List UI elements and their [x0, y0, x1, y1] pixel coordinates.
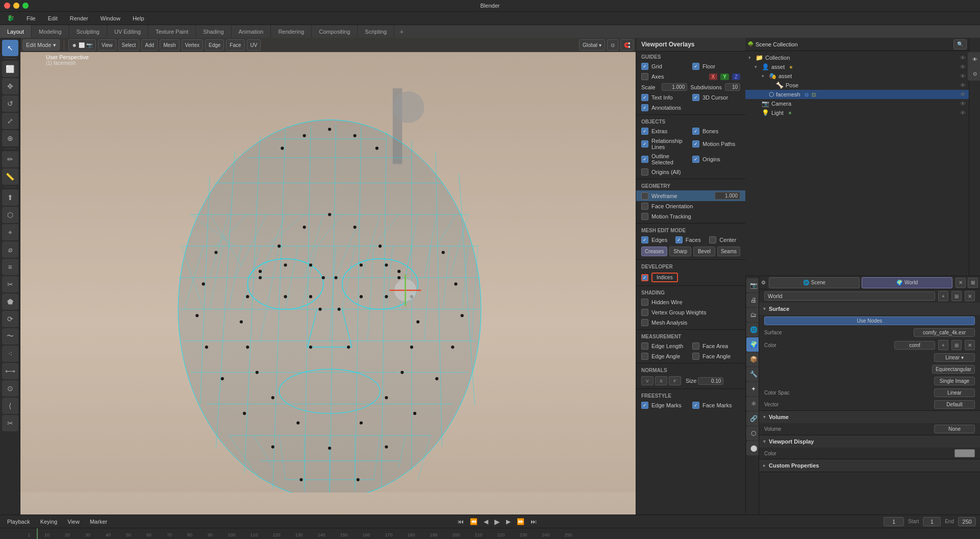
origins-checkbox[interactable] [692, 156, 699, 163]
volume-header[interactable]: ▾ Volume [759, 411, 980, 423]
face-orientation-checkbox[interactable] [641, 203, 648, 210]
menu-edit[interactable]: Edit [45, 14, 61, 22]
outliner-filter-btn[interactable]: 🔍 [953, 39, 967, 50]
tab-texture-paint[interactable]: Texture Paint [148, 25, 196, 38]
indices-checkbox[interactable] [641, 274, 648, 281]
motion-tracking-checkbox[interactable] [641, 213, 648, 220]
face-angle-checkbox[interactable] [692, 353, 699, 360]
rip-tool[interactable]: ✂ [2, 415, 18, 431]
equirectangular-dropdown[interactable]: Equirectangular [932, 365, 975, 374]
edge-menu[interactable]: Edge [205, 39, 224, 51]
end-frame-input[interactable] [958, 517, 976, 526]
maximize-window-button[interactable] [22, 3, 29, 9]
edge-angle-checkbox[interactable] [641, 353, 648, 360]
center-checkbox[interactable] [709, 236, 716, 243]
mesh-analysis-checkbox[interactable] [641, 319, 648, 326]
start-frame-input[interactable] [923, 517, 941, 526]
menu-blender[interactable]: 🐉 [4, 14, 17, 22]
grab-tool[interactable]: ✥ [2, 78, 18, 94]
tree-collection[interactable]: ▾ 📁 Collection 👁 [745, 53, 969, 62]
cursor-3d-checkbox[interactable] [692, 94, 699, 101]
text-info-checkbox[interactable] [641, 94, 648, 101]
seams-button[interactable]: Seams [717, 247, 740, 256]
annotations-checkbox[interactable] [641, 104, 648, 111]
color-unlink-btn[interactable]: ✕ [965, 340, 975, 350]
keying-menu[interactable]: Keying [37, 518, 61, 526]
viewport-view-menu[interactable]: ☻ ⬜ 📷 [68, 39, 96, 51]
tab-uv-editing[interactable]: UV Editing [107, 25, 148, 38]
relationship-checkbox[interactable] [641, 140, 648, 148]
proportional-edit[interactable]: ⊙ [607, 39, 618, 51]
minimize-window-button[interactable] [13, 3, 19, 9]
viewport-3d[interactable]: Edit Mode ▾ ☻ ⬜ 📷 View Select Add Mesh V… [20, 38, 636, 514]
edge-slide-tool[interactable]: ⟷ [2, 363, 18, 379]
edges-checkbox[interactable] [641, 236, 648, 243]
color-value[interactable]: comf [894, 341, 935, 350]
floor-checkbox[interactable] [692, 63, 699, 70]
smooth-tool[interactable]: 〜 [2, 328, 18, 345]
world-copy-btn[interactable]: ⊞ [951, 291, 962, 301]
tab-modeling[interactable]: Modeling [32, 25, 69, 38]
color-space-value[interactable]: Linear [934, 388, 975, 397]
transform-tool[interactable]: ⊕ [2, 130, 18, 146]
playback-menu[interactable]: Playback [4, 518, 33, 526]
bones-checkbox[interactable] [692, 128, 699, 135]
jump-end-btn[interactable]: ⏭ [530, 518, 538, 525]
tab-scripting[interactable]: Scripting [358, 25, 394, 38]
world-tab[interactable]: 🌍 World [862, 277, 952, 288]
split-normals-btn[interactable]: S [655, 376, 667, 385]
playhead[interactable] [37, 528, 38, 539]
subdivisions-input[interactable] [725, 83, 740, 91]
linear-dropdown[interactable]: Linear ▾ [934, 353, 975, 362]
randomize-tool[interactable]: ⁖ [2, 346, 18, 362]
origins-all-checkbox[interactable] [641, 168, 648, 176]
snapping[interactable]: 🧲 [620, 39, 634, 51]
axis-z-btn[interactable]: Z [732, 74, 740, 80]
extras-checkbox[interactable] [641, 128, 648, 135]
tab-layout[interactable]: Layout [0, 25, 32, 38]
shear-tool[interactable]: ⟨ [2, 398, 18, 414]
sharp-button[interactable]: Sharp [669, 247, 691, 256]
shrink-tool[interactable]: ⊙ [2, 380, 18, 397]
uv-menu[interactable]: UV [247, 39, 261, 51]
spin-tool[interactable]: ⟳ [2, 311, 18, 327]
grid-checkbox[interactable] [641, 63, 648, 70]
color-copy-btn[interactable]: ⊞ [951, 340, 962, 350]
world-name-input[interactable] [764, 291, 935, 301]
bevel-button[interactable]: Bevel [693, 247, 715, 256]
indices-button[interactable]: Indices [651, 273, 678, 282]
props-close-btn[interactable]: ✕ [956, 278, 966, 288]
outline-checkbox[interactable] [641, 156, 648, 163]
select-toggle[interactable]: ⊙ [968, 66, 981, 81]
jump-start-btn[interactable]: ⏮ [457, 518, 465, 525]
faces-checkbox[interactable] [675, 236, 683, 243]
vertex-normals-btn[interactable]: V [641, 376, 654, 385]
next-keyframe-btn[interactable]: ⏩ [516, 518, 525, 525]
axis-y-btn[interactable]: Y [720, 74, 729, 80]
menu-file[interactable]: File [23, 14, 39, 22]
single-image-dropdown[interactable]: Single Image [934, 377, 975, 385]
edge-length-checkbox[interactable] [641, 342, 648, 350]
face-normals-btn[interactable]: F [669, 376, 681, 385]
tree-light[interactable]: 💡 Light ☀ 👁 [745, 108, 969, 117]
surface-dropdown[interactable]: comfy_cafe_4k.exr [914, 328, 975, 337]
wireframe-checkbox[interactable] [641, 192, 648, 200]
menu-window[interactable]: Window [97, 14, 123, 22]
viewport-display-header[interactable]: ▾ Viewport Display [759, 435, 980, 448]
menu-render[interactable]: Render [67, 14, 91, 22]
surface-header[interactable]: ▾ Surface [759, 303, 980, 315]
knife-tool[interactable]: ✂ [2, 276, 18, 292]
global-transform[interactable]: Global ▾ [579, 39, 605, 51]
poly-build-tool[interactable]: ⬟ [2, 293, 18, 310]
window-controls[interactable] [4, 3, 29, 9]
measure-tool[interactable]: 📏 [2, 168, 18, 185]
bevel-tool[interactable]: ⌖ [2, 224, 18, 240]
tree-facemesh[interactable]: ⬡ facemesh ⊙ ⊡ 👁 [745, 90, 969, 99]
axis-x-btn[interactable]: X [709, 74, 718, 80]
normals-size-input[interactable] [698, 377, 723, 385]
tab-shading[interactable]: Shading [196, 25, 231, 38]
vector-dropdown[interactable]: Default [934, 400, 975, 409]
props-pin-btn[interactable]: ⊠ [968, 278, 978, 288]
menu-help[interactable]: Help [130, 14, 147, 22]
marker-menu[interactable]: Marker [87, 518, 110, 526]
